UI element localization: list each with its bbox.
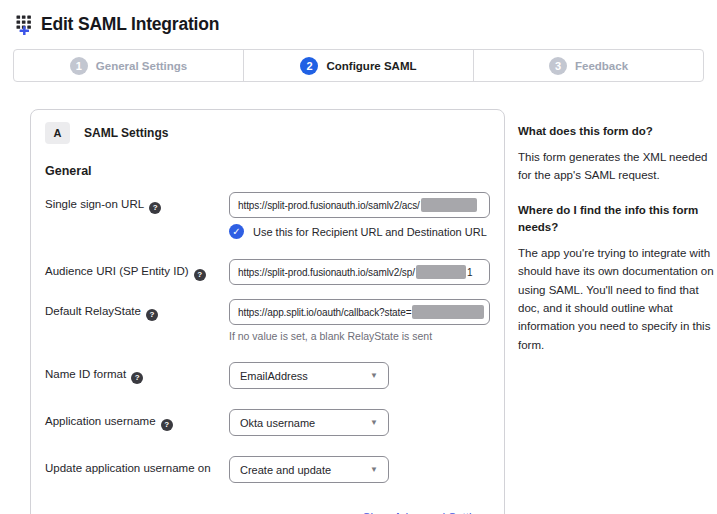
app-grid-plus-icon [15,13,37,35]
sidebar-paragraph-where: The app you're trying to integrate with … [518,244,714,354]
redacted-value [416,265,466,279]
field-label: Single sign-on URL? [45,192,229,239]
step-number-badge: 2 [300,57,318,75]
field-label: Application username? [45,409,229,436]
field-row-single-sign-on-url: Single sign-on URL? https://split-prod.f… [45,192,490,239]
sidebar-paragraph-what: This form generates the XML needed for t… [518,148,714,185]
section-header: A SAML Settings [45,122,490,144]
field-label-text: Name ID format [45,368,126,380]
step-label: Configure SAML [326,60,416,72]
main-content: A SAML Settings General Single sign-on U… [30,109,717,514]
sidebar-heading-what: What does this form do? [518,123,714,140]
name-id-format-select[interactable]: EmailAddress ▼ [229,362,389,389]
field-label: Audience URI (SP Entity ID)? [45,259,229,285]
select-value: Okta username [240,417,315,429]
page-header: Edit SAML Integration [15,13,717,35]
wizard-stepper: 1 General Settings 2 Configure SAML 3 Fe… [13,49,704,82]
saml-settings-card: A SAML Settings General Single sign-on U… [30,109,505,514]
field-label-text: Single sign-on URL [45,198,144,210]
field-control: EmailAddress ▼ [229,362,490,389]
field-label: Name ID format? [45,362,229,389]
field-row-name-id-format: Name ID format? EmailAddress ▼ [45,362,490,389]
field-label: Update application username on [45,456,229,483]
chevron-down-icon: ▼ [370,371,378,380]
step-label: General Settings [96,60,187,72]
redacted-value [421,198,477,212]
checkbox-label: Use this for Recipient URL and Destinati… [253,226,487,238]
application-username-select[interactable]: Okta username ▼ [229,409,389,436]
help-icon[interactable]: ? [146,309,158,321]
field-control: https://app.split.io/oauth/callback?stat… [229,299,490,342]
chevron-down-icon: ▼ [370,418,378,427]
field-control: https://split-prod.fusionauth.io/samlv2/… [229,192,490,239]
section-a-badge: A [45,122,70,144]
input-value-prefix: https://split-prod.fusionauth.io/samlv2/… [238,200,420,211]
redacted-value [412,305,484,319]
field-control: https://split-prod.fusionauth.io/samlv2/… [229,259,490,285]
step-label: Feedback [575,60,628,72]
field-label-text: Update application username on [45,462,211,474]
general-group-title: General [45,164,490,178]
input-value-suffix: 1 [467,267,472,278]
field-row-application-username: Application username? Okta username ▼ [45,409,490,436]
section-title: SAML Settings [84,126,168,140]
step-number-badge: 1 [70,57,88,75]
field-row-update-username-on: Update application username on Create an… [45,456,490,483]
relaystate-helper-text: If no value is set, a blank RelayState i… [229,330,490,342]
step-configure-saml[interactable]: 2 Configure SAML [244,50,474,81]
step-feedback[interactable]: 3 Feedback [474,50,703,81]
checkbox-checked-icon[interactable]: ✓ [229,224,244,239]
select-value: EmailAddress [240,370,308,382]
step-general-settings[interactable]: 1 General Settings [14,50,244,81]
select-value: Create and update [240,464,331,476]
sidebar-heading-where: Where do I find the info this form needs… [518,202,714,235]
audience-uri-input[interactable]: https://split-prod.fusionauth.io/samlv2/… [229,259,490,285]
default-relaystate-input[interactable]: https://app.split.io/oauth/callback?stat… [229,299,490,325]
help-icon[interactable]: ? [131,372,143,384]
field-label: Default RelayState? [45,299,229,342]
field-label-text: Audience URI (SP Entity ID) [45,265,189,277]
single-sign-on-url-input[interactable]: https://split-prod.fusionauth.io/samlv2/… [229,192,490,218]
chevron-down-icon: ▼ [370,465,378,474]
edit-saml-integration-page: Edit SAML Integration 1 General Settings… [0,0,717,514]
help-sidebar: What does this form do? This form genera… [518,109,714,372]
input-value-prefix: https://split-prod.fusionauth.io/samlv2/… [238,267,415,278]
update-username-on-select[interactable]: Create and update ▼ [229,456,389,483]
recipient-url-checkbox-row: ✓ Use this for Recipient URL and Destina… [229,224,490,239]
field-label-text: Application username [45,415,156,427]
input-value-prefix: https://app.split.io/oauth/callback?stat… [238,307,411,318]
field-label-text: Default RelayState [45,305,141,317]
field-control: Create and update ▼ [229,456,490,483]
field-row-audience-uri: Audience URI (SP Entity ID)? https://spl… [45,259,490,285]
step-number-badge: 3 [549,57,567,75]
field-control: Okta username ▼ [229,409,490,436]
advanced-settings-row: Show Advanced Settings [45,507,490,514]
field-row-default-relaystate: Default RelayState? https://app.split.io… [45,299,490,342]
help-icon[interactable]: ? [161,419,173,431]
page-title: Edit SAML Integration [41,14,219,35]
help-icon[interactable]: ? [194,269,206,281]
help-icon[interactable]: ? [149,202,161,214]
